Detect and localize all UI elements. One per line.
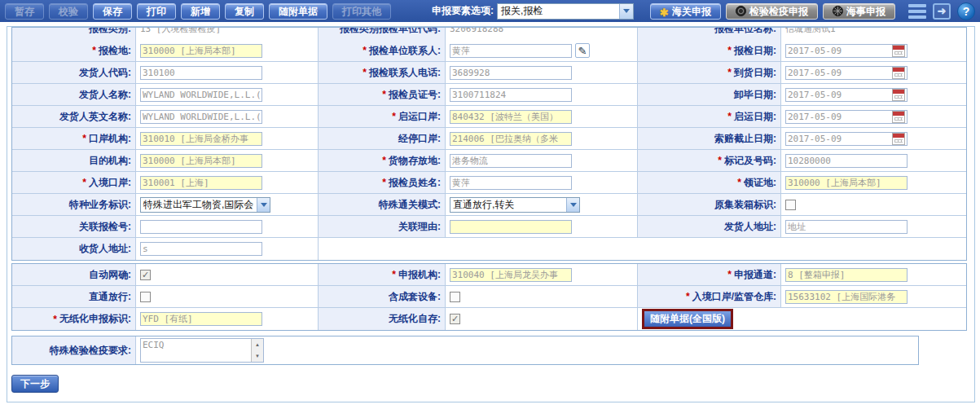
consignee-address-value-cell: s bbox=[136, 238, 319, 260]
insp-date-value-cell: 2017-05-09 bbox=[781, 40, 966, 61]
chevron-down-icon[interactable] bbox=[619, 4, 633, 19]
required-asterisk: * bbox=[382, 155, 386, 166]
special-req-table: 特殊检验检疫要求:ECIQ▲▼ bbox=[11, 336, 919, 365]
insp-date-input[interactable]: 2017-05-09 bbox=[785, 44, 907, 58]
stopover-port-input[interactable]: 214006 [巴拉奥纳（多米 bbox=[450, 132, 572, 146]
required-asterisk: * bbox=[737, 177, 741, 188]
paperless-self-store-checkbox[interactable]: ✓ bbox=[450, 314, 460, 324]
attached-docs-national-button[interactable]: 随附单据(全国版) bbox=[642, 309, 733, 329]
help-icon[interactable]: ? bbox=[957, 2, 975, 20]
complete-set-equip-checkbox[interactable] bbox=[450, 292, 460, 302]
declare-channel-input[interactable]: 8 [整箱申报] bbox=[785, 268, 907, 282]
entry-port-warehouse-value-cell: 15633102 [上海国际港务 bbox=[781, 286, 966, 307]
calendar-icon[interactable] bbox=[892, 111, 905, 123]
entry-port-input[interactable]: 310001 [上海] bbox=[140, 176, 262, 190]
entry-port-warehouse-input[interactable]: 15633102 [上海国际港务 bbox=[785, 290, 907, 304]
unload-date-label: 卸毕日期: bbox=[638, 84, 781, 105]
special-customs-mode-select[interactable]: 直通放行,转关 bbox=[450, 197, 580, 213]
goods-storage-label: *货物存放地: bbox=[319, 150, 446, 171]
toolbar-button-1: 校验 bbox=[49, 3, 88, 20]
insp-contact-phone-label: *报检联系人电话: bbox=[319, 62, 446, 83]
toolbar-declare-button-0[interactable]: ✱海关申报 bbox=[650, 3, 721, 20]
required-asterisk: * bbox=[92, 45, 96, 56]
special-ciq-requirements-textarea[interactable]: ECIQ▲▼ bbox=[140, 338, 264, 363]
insp-contact-phone-input[interactable]: 3689928 bbox=[450, 66, 572, 80]
edit-icon[interactable]: ✎ bbox=[575, 43, 590, 58]
marks-numbers-input[interactable]: 10280000 bbox=[785, 154, 907, 168]
goods-storage-input[interactable]: 港务物流 bbox=[450, 154, 572, 168]
paperless-declare-flag-value-cell: YFD [有纸] bbox=[136, 308, 319, 330]
inspector-cert-no-label: *报检员证号: bbox=[319, 84, 446, 105]
required-asterisk: * bbox=[382, 177, 386, 188]
form-row: *无纸化申报标识:YFD [有纸]无纸化自存:✓随附单据(全国版) bbox=[12, 308, 966, 330]
cert-pickup-place-input[interactable]: 310000 [上海局本部] bbox=[785, 176, 907, 190]
inspector-name-input[interactable]: 黄萍 bbox=[450, 176, 572, 190]
form-row: *入境口岸:310001 [上海]*报检员姓名:黄萍*领证地:310000 [上… bbox=[12, 172, 966, 194]
dest-org-input[interactable]: 310000 [上海局本部] bbox=[140, 154, 262, 168]
inspector-name-value-cell: 黄萍 bbox=[446, 172, 638, 193]
consignee-address-input[interactable]: s bbox=[140, 242, 262, 256]
claim-deadline-input[interactable]: 2017-05-09 bbox=[785, 132, 907, 146]
consignor-address-value-cell: 地址 bbox=[781, 216, 966, 237]
inspector-name-label: *报检员姓名: bbox=[319, 172, 446, 193]
toolbar-button-4[interactable]: 新增 bbox=[181, 3, 220, 20]
spinner-down-icon[interactable]: ▼ bbox=[252, 350, 263, 362]
toolbar-button-6[interactable]: 随附单据 bbox=[269, 3, 327, 20]
insp-category-label: 报检类别: bbox=[12, 28, 136, 40]
calendar-icon[interactable] bbox=[892, 45, 905, 57]
insp-unit-contact-input[interactable]: 黄萍 bbox=[450, 44, 572, 58]
port-org-input[interactable]: 310010 [上海局金桥办事 bbox=[140, 132, 262, 146]
required-asterisk: * bbox=[82, 133, 86, 144]
insp-unit-code-value-cell: 3206918288 bbox=[446, 28, 638, 40]
dest-org-value-cell: 310000 [上海局本部] bbox=[136, 150, 319, 171]
consignor-address-input[interactable]: 地址 bbox=[785, 220, 907, 234]
related-reason-input[interactable] bbox=[450, 220, 572, 234]
departure-port-input[interactable]: 840432 [波特兰（美国） bbox=[450, 110, 572, 124]
direct-release-checkbox[interactable] bbox=[140, 292, 151, 302]
chevron-down-icon[interactable] bbox=[257, 198, 270, 212]
paperless-declare-flag-input[interactable]: YFD [有纸] bbox=[140, 312, 262, 326]
clipped-row: 报检类别:13 [入境检验检疫]报检类别报检单位代码:3206918288报检单… bbox=[12, 28, 966, 40]
spinner-up-icon[interactable]: ▲ bbox=[252, 339, 263, 350]
special-business-flag-select[interactable]: 特殊进出军工物资,国际会 bbox=[140, 197, 270, 213]
chevron-down-icon[interactable] bbox=[566, 198, 579, 212]
entry-port-value-cell: 310001 [上海] bbox=[136, 172, 319, 193]
form-row: 直通放行:含成套设备:*入境口岸/监管仓库:15633102 [上海国际港务 bbox=[12, 286, 966, 308]
toolbar-declare-button-2[interactable]: 海事申报 bbox=[823, 3, 895, 20]
toolbar-declare-label: 海事申报 bbox=[846, 6, 886, 17]
logout-icon[interactable]: ➜ bbox=[933, 3, 951, 20]
auto-net-confirm-checkbox[interactable]: ✓ bbox=[140, 270, 151, 280]
next-step-button[interactable]: 下一步 bbox=[11, 375, 59, 393]
calendar-icon[interactable] bbox=[892, 133, 905, 145]
toolbar-declare-button-1[interactable]: 检验检疫申报 bbox=[726, 3, 818, 20]
consignor-name-input[interactable]: WYLAND WORLDWIDE,L.L.( bbox=[140, 88, 262, 102]
consignor-code-input[interactable]: 310100 bbox=[140, 66, 262, 80]
orig-container-flag-checkbox[interactable] bbox=[785, 200, 796, 210]
toolbar-button-2[interactable]: 保存 bbox=[93, 3, 132, 20]
orig-container-flag-label: 原集装箱标识: bbox=[638, 194, 781, 215]
calendar-icon[interactable] bbox=[892, 67, 905, 79]
arrival-date-input[interactable]: 2017-05-09 bbox=[785, 66, 907, 80]
menu-icon[interactable] bbox=[908, 4, 926, 19]
declare-options-select[interactable]: 报关,报检 bbox=[497, 3, 634, 20]
paperless-self-store-value-cell: ✓ bbox=[446, 308, 638, 330]
paperless-declare-flag-label: *无纸化申报标识: bbox=[12, 308, 136, 330]
required-asterisk: * bbox=[686, 291, 690, 302]
related-insp-no-input[interactable] bbox=[140, 220, 262, 234]
form-row: 收货人地址:s bbox=[12, 238, 966, 260]
consignor-en-name-input[interactable]: WYLAND WORLDWIDE,L.L.( bbox=[140, 110, 262, 124]
insp-unit-code-text: 3206918288 bbox=[450, 28, 503, 34]
special-business-flag-value-cell: 特殊进出军工物资,国际会 bbox=[136, 194, 319, 215]
form-row: 发货人名称:WYLAND WORLDWIDE,L.L.(*报检员证号:31007… bbox=[12, 84, 966, 106]
calendar-icon[interactable] bbox=[892, 89, 905, 101]
declare-org-input[interactable]: 310040 [上海局龙吴办事 bbox=[450, 268, 572, 282]
inspector-cert-no-input[interactable]: 3100711824 bbox=[450, 88, 572, 102]
departure-port-value-cell: 840432 [波特兰（美国） bbox=[446, 106, 638, 127]
toolbar-button-5[interactable]: 复制 bbox=[225, 3, 264, 20]
claim-deadline-value-cell: 2017-05-09 bbox=[781, 128, 966, 149]
insp-place-input[interactable]: 310000 [上海局本部] bbox=[140, 44, 262, 58]
departure-date-input[interactable]: 2017-05-09 bbox=[785, 110, 907, 124]
system-icons: ➜ ? bbox=[908, 2, 975, 20]
unload-date-input[interactable]: 2017-05-09 bbox=[785, 88, 907, 102]
toolbar-button-3[interactable]: 打印 bbox=[137, 3, 176, 20]
